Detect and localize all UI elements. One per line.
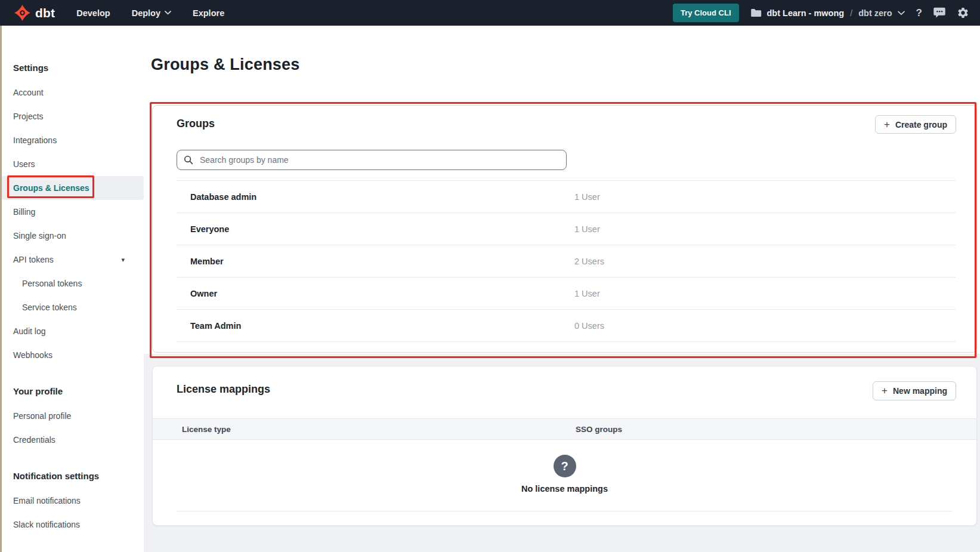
new-mapping-label: New mapping xyxy=(893,386,947,396)
groups-heading: Groups xyxy=(177,118,215,130)
sidebar-section-your-profile: Your profile Personal profile Credential… xyxy=(2,383,144,452)
column-header-license-type: License type xyxy=(182,425,231,434)
sidebar-heading-notification-settings: Notification settings xyxy=(2,467,144,484)
breadcrumb-separator: / xyxy=(850,8,852,18)
navbar-right: Try Cloud CLI dbt Learn - mwong / dbt ze… xyxy=(673,4,969,22)
search-icon xyxy=(184,155,193,165)
sidebar-item-projects[interactable]: Projects xyxy=(2,104,144,128)
brand-text: dbt xyxy=(35,6,55,20)
page-title: Groups & Licenses xyxy=(151,55,299,74)
sidebar-item-groups-licenses[interactable]: Groups & Licenses xyxy=(2,176,144,200)
sidebar-item-personal-profile[interactable]: Personal profile xyxy=(2,404,144,428)
sidebar-item-users[interactable]: Users xyxy=(2,152,144,176)
group-name: Database admin xyxy=(190,192,256,202)
chevron-down-icon xyxy=(898,11,905,16)
groups-table: Database admin 1 User Everyone 1 User Me… xyxy=(177,180,956,342)
project-name: dbt zero xyxy=(858,8,892,18)
group-user-count: 1 User xyxy=(574,224,600,234)
divider xyxy=(177,511,953,511)
dbt-logo[interactable]: dbt xyxy=(14,5,55,21)
group-name: Team Admin xyxy=(190,321,241,331)
empty-state-text: No license mappings xyxy=(521,484,608,494)
sidebar-item-credentials[interactable]: Credentials xyxy=(2,428,144,452)
sidebar-item-billing[interactable]: Billing xyxy=(2,200,144,224)
sidebar-item-integrations[interactable]: Integrations xyxy=(2,128,144,152)
settings-sidebar: Settings Account Projects Integrations U… xyxy=(2,26,144,552)
try-cloud-cli-button[interactable]: Try Cloud CLI xyxy=(673,4,739,22)
top-navbar: dbt Develop Deploy Explore Try Cloud CLI xyxy=(0,0,980,26)
account-name: dbt Learn - mwong xyxy=(767,8,845,18)
group-row-owner[interactable]: Owner 1 User xyxy=(177,277,956,309)
sidebar-item-service-tokens[interactable]: Service tokens xyxy=(2,295,144,319)
caret-down-icon: ▾ xyxy=(121,257,125,263)
question-mark-icon: ? xyxy=(554,455,576,477)
folder-icon xyxy=(750,8,762,17)
sidebar-item-webhooks[interactable]: Webhooks xyxy=(2,343,144,367)
sidebar-item-api-tokens[interactable]: API tokens ▾ xyxy=(2,248,144,272)
sidebar-settings-list: Account Projects Integrations Users Grou… xyxy=(2,81,144,367)
group-row-everyone[interactable]: Everyone 1 User xyxy=(177,212,956,245)
nav-develop-label: Develop xyxy=(76,8,110,18)
sidebar-item-slack-notifications[interactable]: Slack notifications xyxy=(2,513,144,536)
column-header-sso-groups: SSO groups xyxy=(576,425,622,434)
help-icon[interactable]: ? xyxy=(916,7,922,19)
feedback-icon[interactable] xyxy=(933,7,945,18)
license-empty-state: ? No license mappings xyxy=(153,455,976,494)
sidebar-item-single-sign-on[interactable]: Single sign-on xyxy=(2,224,144,248)
group-row-database-admin[interactable]: Database admin 1 User xyxy=(177,180,956,212)
group-user-count: 2 Users xyxy=(574,257,604,266)
sidebar-section-notification-settings: Notification settings Email notification… xyxy=(2,467,144,536)
group-row-member[interactable]: Member 2 Users xyxy=(177,245,956,277)
groups-card: Groups + Create group Database admin 1 U… xyxy=(152,105,977,353)
license-table-header: License type SSO groups xyxy=(153,418,976,440)
gear-icon[interactable] xyxy=(957,7,969,19)
nav-deploy-label: Deploy xyxy=(132,8,160,18)
nav-explore[interactable]: Explore xyxy=(193,8,224,18)
navbar-left: dbt Develop Deploy Explore xyxy=(14,5,224,21)
group-name: Member xyxy=(190,257,224,266)
group-user-count: 0 Users xyxy=(574,321,604,331)
new-mapping-button[interactable]: + New mapping xyxy=(873,381,956,400)
sidebar-item-label: API tokens xyxy=(13,255,54,264)
sidebar-heading-settings: Settings xyxy=(2,59,144,76)
nav-explore-label: Explore xyxy=(193,8,224,18)
nav-develop[interactable]: Develop xyxy=(76,8,110,18)
group-user-count: 1 User xyxy=(574,192,600,202)
license-mappings-heading: License mappings xyxy=(177,383,270,396)
dbt-logo-icon xyxy=(14,5,30,21)
sidebar-item-account[interactable]: Account xyxy=(2,81,144,104)
plus-icon: + xyxy=(884,119,890,129)
sidebar-item-audit-log[interactable]: Audit log xyxy=(2,319,144,343)
sidebar-heading-your-profile: Your profile xyxy=(2,383,144,399)
group-name: Owner xyxy=(190,289,217,298)
search-input[interactable] xyxy=(199,155,559,165)
sidebar-item-personal-tokens[interactable]: Personal tokens xyxy=(2,272,144,295)
group-row-team-admin[interactable]: Team Admin 0 Users xyxy=(177,309,956,342)
create-group-label: Create group xyxy=(895,120,947,129)
primary-nav: Develop Deploy Explore xyxy=(76,8,224,18)
plus-icon: + xyxy=(882,386,888,396)
chevron-down-icon xyxy=(165,11,171,15)
nav-deploy[interactable]: Deploy xyxy=(132,8,171,18)
group-search[interactable] xyxy=(177,150,567,170)
group-name: Everyone xyxy=(190,224,229,234)
group-user-count: 1 User xyxy=(574,289,600,298)
project-switcher[interactable]: dbt Learn - mwong / dbt zero xyxy=(750,8,905,18)
license-mappings-card: License mappings + New mapping License t… xyxy=(152,366,977,526)
create-group-button[interactable]: + Create group xyxy=(875,115,956,134)
app-window: dbt Develop Deploy Explore Try Cloud CLI xyxy=(0,0,980,552)
sidebar-item-email-notifications[interactable]: Email notifications xyxy=(2,489,144,513)
